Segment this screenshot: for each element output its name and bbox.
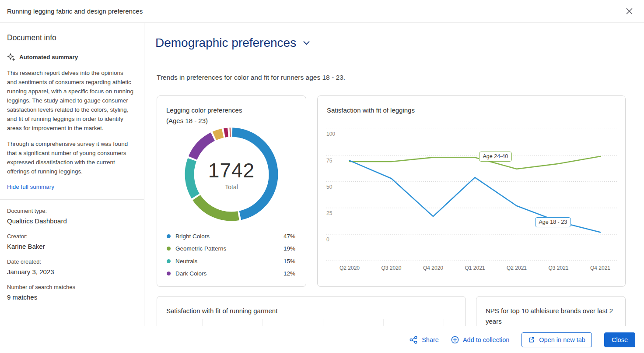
field-document-type: Document type: Qualtrics Dashboard — [7, 208, 134, 225]
y-axis-label: 0 — [326, 237, 329, 243]
field-value: 9 matches — [7, 293, 134, 301]
legend-dot — [167, 259, 171, 263]
external-link-icon — [528, 336, 535, 343]
partial-chart-card: NPS for top 10 athleisure brands over la… — [476, 296, 626, 326]
legend-dot — [167, 272, 171, 275]
field-creator: Creator: Karine Baker — [7, 233, 134, 250]
x-axis-label: Q1 2021 — [465, 265, 485, 271]
close-icon — [626, 8, 633, 14]
summary-paragraph: Through a comprehensive survey it was fo… — [7, 139, 134, 176]
donut-segment — [196, 198, 238, 216]
open-in-new-tab-button[interactable]: Open in new tab — [522, 332, 592, 347]
document-preview-main: Demographic preferences Trends in prefer… — [144, 23, 644, 326]
x-axis-label: Q2 2021 — [507, 265, 527, 271]
x-axis-label: Q2 2020 — [340, 265, 360, 271]
y-axis-label: 25 — [326, 210, 332, 216]
donut-segment — [232, 132, 273, 215]
partial-chart-card: Satisfaction with fit of running garment — [157, 296, 466, 326]
legend-label: Neutrals — [175, 258, 284, 265]
legend-item: Geometric Patterns19% — [167, 243, 295, 255]
field-date-created: Date created: January 3, 2023 — [7, 258, 134, 275]
legend-percent: 47% — [284, 233, 295, 240]
modal-footer: Share Add to collection Open in new tab … — [0, 326, 644, 353]
y-axis-label: 75 — [326, 158, 332, 164]
hide-full-summary-link[interactable]: Hide full summary — [7, 184, 54, 190]
line-chart-title: Satisfaction with fit of leggings — [327, 105, 415, 116]
field-value: Karine Baker — [7, 243, 134, 250]
field-label: Creator: — [7, 233, 134, 240]
document-title: Running legging fabric and design prefer… — [7, 7, 143, 15]
x-axis-label: Q3 2020 — [381, 265, 401, 271]
panel-title: Document info — [7, 33, 134, 42]
donut-chart-card: Legging color preferences (Ages 18 - 23)… — [157, 95, 306, 287]
grid-column-line — [202, 319, 203, 326]
share-button[interactable]: Share — [410, 336, 439, 344]
sidebar-divider — [0, 199, 144, 200]
share-icon — [410, 336, 418, 344]
partial-chart-title: Satisfaction with fit of running garment — [166, 306, 277, 316]
close-button[interactable] — [623, 5, 635, 18]
series-label-badge: Age 24-40 — [479, 152, 512, 162]
legend-label: Geometric Patterns — [175, 245, 284, 252]
line-chart: 1007550250Q2 2020Q3 2020Q4 2020Q1 2021Q2… — [318, 96, 625, 286]
grid-column-line — [262, 319, 263, 326]
legend-percent: 19% — [284, 245, 295, 252]
legend-percent: 12% — [284, 270, 295, 277]
line-series — [350, 156, 600, 169]
modal-header: Running legging fabric and design prefer… — [0, 0, 644, 23]
y-axis-label: 100 — [326, 131, 335, 137]
partial-chart-title: NPS for top 10 athleisure brands over la… — [486, 306, 616, 326]
donut-segment — [193, 137, 213, 158]
legend-item: Dark Colors12% — [167, 268, 295, 280]
field-value: Qualtrics Dashboard — [7, 217, 134, 225]
donut-segment — [214, 133, 223, 136]
field-search-matches: Number of search matches 9 matches — [7, 284, 134, 301]
grid-column-line — [323, 319, 323, 326]
x-axis-label: Q4 2020 — [423, 265, 443, 271]
field-label: Document type: — [7, 208, 134, 214]
sparkle-icon — [7, 53, 15, 61]
chevron-down-icon — [303, 41, 310, 45]
automated-summary-header: Automated summary — [7, 53, 134, 61]
legend-item: Bright Colors47% — [167, 230, 295, 243]
field-label: Date created: — [7, 258, 134, 265]
legend-dot — [167, 234, 171, 238]
donut-segment — [224, 132, 228, 133]
line-chart-card: Satisfaction with fit of leggings 100755… — [317, 95, 626, 287]
series-label-badge: Age 18 - 23 — [535, 217, 571, 227]
donut-legend: Bright Colors47%Geometric Patterns19%Neu… — [167, 230, 295, 280]
legend-percent: 15% — [284, 258, 295, 265]
legend-label: Dark Colors — [175, 270, 284, 277]
field-label: Number of search matches — [7, 284, 134, 290]
x-axis-label: Q3 2021 — [548, 265, 568, 271]
legend-item: Neutrals15% — [167, 255, 295, 268]
donut-segment — [189, 160, 196, 196]
grid-column-line — [444, 319, 444, 326]
section-subtitle: Trends in preferences for color and fit … — [157, 74, 345, 81]
y-axis-label: 50 — [326, 184, 332, 190]
add-to-collection-button[interactable]: Add to collection — [451, 336, 509, 344]
legend-label: Bright Colors — [175, 233, 284, 240]
summary-paragraph: This research report delves into the opi… — [7, 68, 134, 133]
x-axis-label: Q4 2021 — [590, 265, 610, 271]
grid-column-line — [383, 319, 384, 326]
close-modal-button[interactable]: Close — [604, 332, 635, 347]
donut-chart — [180, 123, 283, 226]
section-dropdown[interactable]: Demographic preferences — [155, 36, 310, 50]
document-info-panel: Document info Automated summary This res… — [0, 23, 144, 326]
section-divider — [155, 62, 626, 62]
field-value: January 3, 2023 — [7, 268, 134, 275]
plus-circle-icon — [451, 336, 459, 344]
automated-summary-label: Automated summary — [19, 54, 78, 60]
legend-dot — [167, 247, 171, 251]
section-title: Demographic preferences — [155, 36, 296, 50]
